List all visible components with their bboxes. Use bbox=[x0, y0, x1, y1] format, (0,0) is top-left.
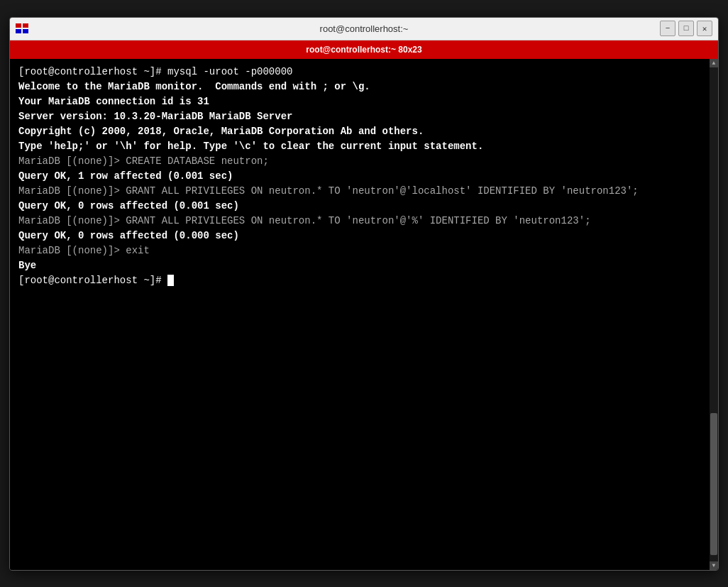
terminal-line: MariaDB [(none)]> exit bbox=[18, 243, 710, 258]
svg-rect-3 bbox=[23, 29, 28, 33]
terminal-line: Your MariaDB connection id is 31 bbox=[18, 94, 710, 109]
terminal-line: Query OK, 0 rows affected (0.001 sec) bbox=[18, 199, 710, 214]
scrollbar-down[interactable]: ▼ bbox=[710, 561, 718, 570]
svg-rect-0 bbox=[16, 23, 21, 28]
terminal-line: MariaDB [(none)]> GRANT ALL PRIVILEGES O… bbox=[18, 184, 710, 199]
window-icon bbox=[16, 23, 28, 33]
terminal-line: MariaDB [(none)]> CREATE DATABASE neutro… bbox=[18, 154, 710, 169]
terminal-line: Query OK, 1 row affected (0.001 sec) bbox=[18, 169, 710, 184]
terminal-line: Copyright (c) 2000, 2018, Oracle, MariaD… bbox=[18, 124, 710, 139]
tab-label: root@controllerhost:~ 80x23 bbox=[306, 45, 421, 55]
terminal-line: MariaDB [(none)]> GRANT ALL PRIVILEGES O… bbox=[18, 214, 710, 229]
scrollbar-up[interactable]: ▲ bbox=[710, 59, 718, 67]
terminal-line: [root@controllerhost ~]# mysql -uroot -p… bbox=[18, 65, 710, 79]
svg-rect-1 bbox=[23, 23, 28, 28]
window-controls: − □ ✕ bbox=[660, 21, 712, 36]
svg-rect-2 bbox=[16, 29, 21, 33]
terminal-body[interactable]: [root@controllerhost ~]# mysql -uroot -p… bbox=[10, 59, 718, 570]
close-button[interactable]: ✕ bbox=[697, 21, 712, 36]
terminal-window: root@controllerhost:~ − □ ✕ root@control… bbox=[9, 17, 719, 571]
terminal-line: [root@controllerhost ~]# bbox=[18, 273, 710, 288]
scrollbar[interactable]: ▲ ▼ bbox=[710, 59, 718, 570]
terminal-cursor bbox=[167, 275, 174, 286]
tab-bar: root@controllerhost:~ 80x23 bbox=[10, 40, 718, 59]
window-title: root@controllerhost:~ bbox=[320, 23, 409, 34]
maximize-button[interactable]: □ bbox=[678, 21, 694, 36]
scrollbar-thumb[interactable] bbox=[710, 413, 717, 555]
terminal-line: Query OK, 0 rows affected (0.000 sec) bbox=[18, 229, 710, 243]
terminal-line: Type 'help;' or '\h' for help. Type '\c'… bbox=[18, 139, 710, 154]
terminal-line: Bye bbox=[18, 258, 710, 273]
title-bar: root@controllerhost:~ − □ ✕ bbox=[10, 18, 718, 40]
terminal-line: Server version: 10.3.20-MariaDB MariaDB … bbox=[18, 109, 710, 124]
minimize-button[interactable]: − bbox=[660, 21, 675, 36]
terminal-line: Welcome to the MariaDB monitor. Commands… bbox=[18, 79, 710, 94]
